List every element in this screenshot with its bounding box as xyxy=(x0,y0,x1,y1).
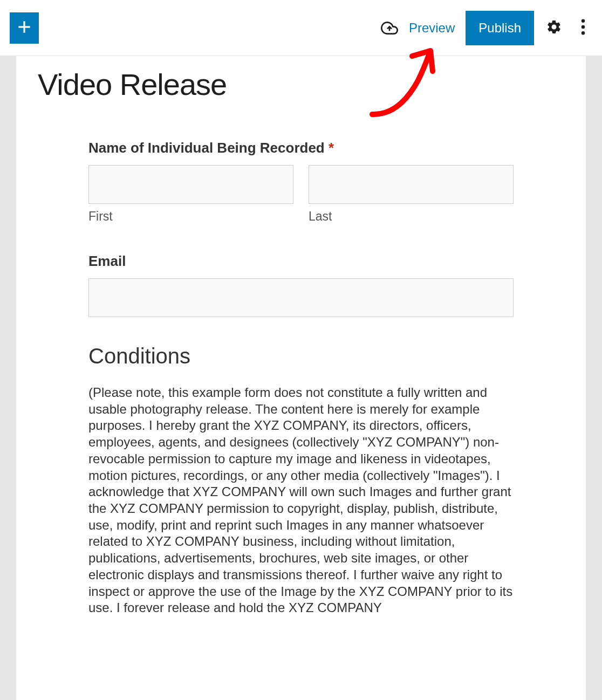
name-field-label: Name of Individual Being Recorded * xyxy=(88,140,514,156)
first-name-col: First xyxy=(88,165,293,224)
more-options-button[interactable] xyxy=(574,19,592,37)
required-mark: * xyxy=(329,140,334,156)
plus-icon xyxy=(16,18,33,38)
svg-point-2 xyxy=(582,19,585,23)
gear-icon xyxy=(546,19,562,37)
email-field-label: Email xyxy=(88,253,514,270)
add-block-button[interactable] xyxy=(10,12,39,44)
last-name-sublabel: Last xyxy=(309,209,514,224)
toolbar-right-group: Preview Publish xyxy=(381,11,592,45)
settings-button[interactable] xyxy=(545,19,563,37)
name-input-row: First Last xyxy=(88,165,514,224)
publish-button[interactable]: Publish xyxy=(466,11,534,45)
cloud-save-icon[interactable] xyxy=(381,19,398,37)
last-name-input[interactable] xyxy=(309,165,514,204)
email-input[interactable] xyxy=(88,278,514,317)
page-title[interactable]: Video Release xyxy=(38,67,564,102)
preview-link[interactable]: Preview xyxy=(409,20,455,36)
more-vertical-icon xyxy=(581,19,585,37)
last-name-col: Last xyxy=(309,165,514,224)
conditions-body-text: (Please note, this example form does not… xyxy=(88,385,514,616)
editor-toolbar: Preview Publish xyxy=(0,0,602,56)
svg-point-3 xyxy=(582,25,585,29)
first-name-input[interactable] xyxy=(88,165,293,204)
email-block: Email xyxy=(88,253,514,317)
name-label-text: Name of Individual Being Recorded xyxy=(88,140,325,156)
conditions-heading: Conditions xyxy=(88,344,514,368)
svg-point-4 xyxy=(582,31,585,35)
first-name-sublabel: First xyxy=(88,209,293,224)
editor-canvas: Video Release Name of Individual Being R… xyxy=(0,56,602,700)
page-content: Video Release Name of Individual Being R… xyxy=(16,56,586,700)
form-container: Name of Individual Being Recorded * Firs… xyxy=(38,140,564,616)
